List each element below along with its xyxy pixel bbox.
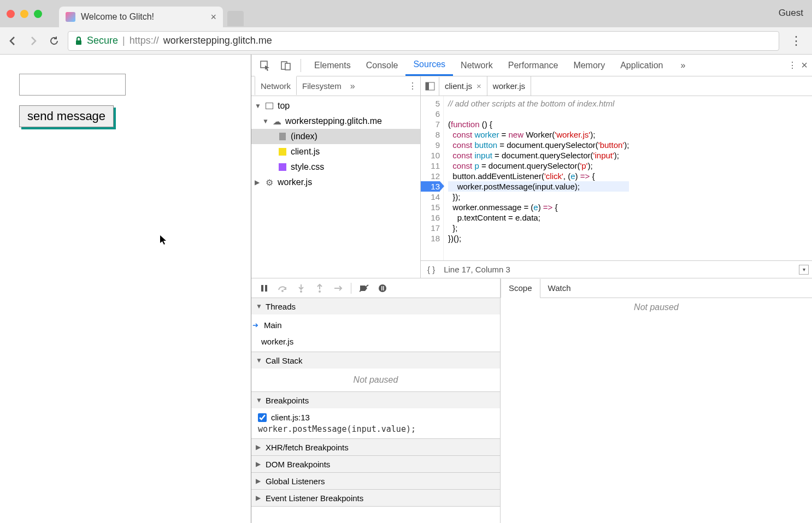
- tree-domain[interactable]: ▼ workerstepping.glitch.me: [251, 114, 420, 129]
- devtools-tab-network[interactable]: Network: [453, 55, 501, 76]
- breakpoint-checkbox[interactable]: [258, 413, 267, 422]
- devtools-tab-memory[interactable]: Memory: [566, 55, 613, 76]
- thread-main[interactable]: Main: [251, 317, 500, 333]
- tree-file-index[interactable]: (index): [251, 129, 420, 144]
- devtools-tab-performance[interactable]: Performance: [501, 55, 566, 76]
- tree-frame-top[interactable]: ▼ top: [251, 98, 420, 114]
- message-input[interactable]: [19, 74, 126, 96]
- svg-rect-6: [261, 285, 263, 292]
- svg-point-9: [300, 290, 302, 293]
- close-tab-icon[interactable]: ×: [210, 11, 216, 23]
- svg-rect-14: [383, 286, 384, 290]
- reload-button[interactable]: [47, 34, 61, 48]
- tree-label: client.js: [291, 147, 320, 157]
- tab-strip: Welcome to Glitch! × Guest: [0, 0, 812, 27]
- devtools-menu-icon[interactable]: ⋮: [788, 60, 797, 70]
- breakpoint-entry[interactable]: client.js:13 worker.postMessage(input.va…: [251, 411, 500, 436]
- editor-tab-worker-js[interactable]: worker.js: [487, 76, 531, 96]
- address-bar[interactable]: Secure | https://workerstepping.glitch.m…: [68, 31, 779, 51]
- lock-icon: [75, 37, 83, 45]
- source-editor: client.js×worker.js 56789101112131415161…: [421, 76, 812, 278]
- toggle-sidebar-icon[interactable]: ▾: [799, 265, 809, 275]
- show-navigator-icon[interactable]: [421, 77, 439, 96]
- debug-section: ▶DOM Breakpoints: [251, 456, 500, 473]
- svg-rect-13: [381, 286, 383, 290]
- js-file-icon: [278, 147, 287, 157]
- navigator-more-icon[interactable]: »: [347, 81, 358, 91]
- breakpoints-section: ▼ Breakpoints client.js:13 worker.postMe…: [251, 392, 500, 439]
- forward-button[interactable]: [26, 34, 40, 48]
- thread-worker[interactable]: worker.js: [251, 333, 500, 349]
- gear-icon: [264, 177, 274, 187]
- pause-button[interactable]: [256, 280, 272, 296]
- browser-tab[interactable]: Welcome to Glitch! ×: [59, 7, 223, 27]
- devtools-tab-application[interactable]: Application: [613, 55, 670, 76]
- navigator-subtab-filesystem[interactable]: Filesystem: [297, 76, 347, 96]
- tree-label: workerstepping.glitch.me: [285, 116, 382, 126]
- debugger-panel: ▼ Threads Main worker.js ▼ Call Stack: [251, 278, 501, 523]
- devtools-tab-console[interactable]: Console: [358, 55, 406, 76]
- minimize-window-icon[interactable]: [20, 10, 28, 18]
- editor-tabbar: client.js×worker.js: [421, 76, 812, 96]
- maximize-window-icon[interactable]: [34, 10, 42, 18]
- frame-icon: [264, 101, 274, 111]
- close-window-icon[interactable]: [7, 10, 15, 18]
- step-into-button[interactable]: [293, 280, 309, 296]
- tree-worker[interactable]: ▶ worker.js: [251, 175, 420, 190]
- browser-menu-icon[interactable]: ⋮: [786, 34, 807, 48]
- watch-tab[interactable]: Watch: [540, 278, 579, 298]
- url-separator: |: [122, 35, 125, 46]
- section-label: Event Listener Breakpoints: [266, 494, 363, 503]
- scope-panel: Scope Watch Not paused: [501, 278, 812, 523]
- step-button[interactable]: [330, 280, 346, 296]
- profile-label[interactable]: Guest: [779, 8, 803, 19]
- section-label: Call Stack: [266, 356, 303, 365]
- navigator-subtab-network[interactable]: Network: [255, 76, 297, 95]
- new-tab-button[interactable]: [227, 11, 244, 26]
- tree-label: top: [278, 101, 290, 111]
- breakpoints-header[interactable]: ▼ Breakpoints: [251, 392, 500, 408]
- chevron-right-icon: ▶: [256, 460, 262, 468]
- navigator-menu-icon[interactable]: ⋮: [408, 81, 417, 91]
- devtools-tab-elements[interactable]: Elements: [307, 55, 358, 76]
- devtools-more-tabs[interactable]: »: [673, 55, 693, 76]
- pause-on-exceptions-button[interactable]: [374, 280, 391, 296]
- chevron-down-icon: ▼: [255, 102, 261, 110]
- tree-file-stylecss[interactable]: style.css: [251, 159, 420, 175]
- device-toggle-icon[interactable]: [276, 56, 295, 75]
- debug-section-header[interactable]: ▶DOM Breakpoints: [251, 456, 500, 472]
- deactivate-breakpoints-button[interactable]: [356, 280, 372, 296]
- tree-file-clientjs[interactable]: client.js: [251, 144, 420, 159]
- scope-tab[interactable]: Scope: [501, 279, 540, 298]
- step-over-button[interactable]: [274, 280, 291, 296]
- section-label: DOM Breakpoints: [266, 460, 330, 469]
- step-out-button[interactable]: [311, 280, 328, 296]
- back-button[interactable]: [5, 34, 20, 48]
- url-protocol: https://: [130, 35, 159, 46]
- tree-label: (index): [291, 132, 317, 141]
- cloud-icon: [272, 116, 282, 126]
- line-gutter[interactable]: 56789101112131415161718: [421, 96, 444, 260]
- chevron-right-icon: ▶: [256, 443, 262, 451]
- debug-section-header[interactable]: ▶Global Listeners: [251, 473, 500, 489]
- chevron-down-icon: ▼: [256, 396, 262, 404]
- threads-header[interactable]: ▼ Threads: [251, 298, 500, 314]
- code-area[interactable]: 56789101112131415161718 // add other scr…: [421, 96, 812, 260]
- inspect-element-icon[interactable]: [256, 56, 274, 75]
- devtools-tab-sources[interactable]: Sources: [405, 55, 453, 76]
- debug-section: ▶Global Listeners: [251, 473, 500, 490]
- code-content[interactable]: // add other scripts at the bottom of in…: [444, 96, 629, 260]
- devtools-close-icon[interactable]: ×: [801, 59, 808, 72]
- editor-tab-client-js[interactable]: client.js×: [439, 76, 487, 96]
- debug-section: ▶Event Listener Breakpoints: [251, 490, 500, 507]
- debug-section-header[interactable]: ▶Event Listener Breakpoints: [251, 490, 500, 506]
- send-message-button[interactable]: send message: [19, 105, 114, 127]
- close-tab-icon[interactable]: ×: [476, 81, 481, 91]
- secure-label: Secure: [87, 35, 118, 46]
- nav-bar: Secure | https://workerstepping.glitch.m…: [0, 27, 812, 55]
- debug-section-header[interactable]: ▶XHR/fetch Breakpoints: [251, 439, 500, 455]
- call-stack-header[interactable]: ▼ Call Stack: [251, 352, 500, 369]
- pretty-print-icon[interactable]: { }: [427, 265, 435, 274]
- svg-rect-7: [265, 285, 267, 292]
- tab-title: Welcome to Glitch!: [81, 12, 205, 22]
